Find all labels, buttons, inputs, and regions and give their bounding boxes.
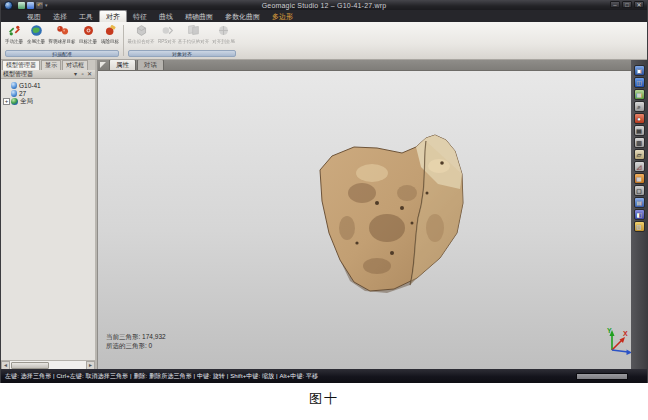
- global-registration-button[interactable]: 全局注册: [25, 23, 47, 44]
- best-fit-alignment-button[interactable]: 最佳拟合对齐: [126, 23, 156, 44]
- document-blue-icon[interactable]: ▤: [634, 197, 645, 208]
- status-bar: 左键: 选择三角形 | Ctrl+左键: 取消选择三角形 | 删除: 删除所选三…: [1, 369, 647, 383]
- tree-item-scan-1[interactable]: G10-41: [1, 81, 95, 89]
- tree-item-label: G10-41: [19, 82, 41, 89]
- panel-pin-icon[interactable]: ▫: [79, 70, 86, 78]
- axis-x-label: X: [623, 330, 628, 337]
- target-registration-icon: [82, 24, 95, 37]
- status-progress-inset: [576, 373, 628, 380]
- figure-caption: 图十: [0, 390, 648, 408]
- mouse-hints-text: 左键: 选择三角形 | Ctrl+左键: 取消选择三角形 | 删除: 删除所选三…: [5, 372, 318, 381]
- viewport-3d[interactable]: 属性 对话: [97, 60, 631, 369]
- tab-features[interactable]: 特征: [127, 11, 153, 22]
- tree-item-scan-2[interactable]: 27: [1, 89, 95, 97]
- tree-item-global[interactable]: + 全局: [1, 97, 95, 105]
- viewport-tab-dialog[interactable]: 对话: [137, 60, 164, 70]
- align-to-global-button[interactable]: 对齐到全局: [209, 23, 238, 44]
- triangle-count-readout: 当前三角形: 174,932 所选的三角形: 0: [106, 332, 166, 350]
- ribbon-group-scan-registration: 手动注册 全局注册 探测球形目标: [3, 23, 121, 57]
- tab-polygons[interactable]: 多边形: [266, 11, 299, 22]
- datum-display-icon[interactable]: ▦: [634, 89, 645, 100]
- overlay-blue-icon[interactable]: ◧: [634, 209, 645, 220]
- panel-header: 模型管理器 ▾ ▫ ✕: [1, 70, 95, 79]
- scan-model-pottery-shard[interactable]: [317, 133, 467, 298]
- manual-registration-button[interactable]: 手动注册: [3, 23, 25, 44]
- global-registration-icon: [30, 24, 43, 37]
- figure-container: ↶ ▾ Geomagic Studio 12 – G10-41-27.wrp –…: [0, 0, 648, 420]
- sphere-targets-icon: [56, 24, 69, 37]
- wireframe-view-icon[interactable]: ◫: [634, 77, 645, 88]
- left-panel-tabs: 模型管理器 显示 对话框: [1, 60, 95, 70]
- axis-triad: Y X Z: [598, 326, 631, 362]
- highlight-red-icon[interactable]: ●: [634, 113, 645, 124]
- ribbon: 手动注册 全局注册 探测球形目标: [1, 22, 647, 60]
- window-controls: – □ ✕: [610, 1, 644, 8]
- tab-dialog[interactable]: 对话框: [62, 60, 88, 70]
- point-cloud-icon: [11, 90, 17, 97]
- tree-expander-icon[interactable]: +: [3, 98, 10, 105]
- maximize-button[interactable]: □: [622, 1, 632, 8]
- ribbon-group-object-alignment: 最佳拟合对齐 RPS对齐 基于特征的对齐: [126, 23, 238, 57]
- viewport-tab-properties[interactable]: 属性: [109, 60, 136, 70]
- globe-icon: [11, 98, 18, 105]
- group-label-object-alignment: 对象对齐: [128, 50, 236, 57]
- window-layout-icon[interactable]: ▤: [634, 125, 645, 136]
- window-title: Geomagic Studio 12 – G10-41-27.wrp: [1, 2, 647, 9]
- panel-close-icon[interactable]: ✕: [86, 70, 93, 78]
- point-cloud-icon: [11, 82, 17, 89]
- axis-y-label: Y: [607, 327, 612, 334]
- ruler-icon[interactable]: ▱: [634, 149, 645, 160]
- clear-targets-icon: [104, 24, 117, 37]
- model-manager-panel: 模型管理器 显示 对话框 模型管理器 ▾ ▫ ✕ G10-41: [1, 60, 97, 369]
- main-area: 模型管理器 显示 对话框 模型管理器 ▾ ▫ ✕ G10-41: [1, 60, 647, 369]
- shaded-view-icon[interactable]: ▣: [634, 65, 645, 76]
- group-label-scan-registration: 扫描配准: [5, 50, 119, 57]
- viewport-tab-strip: 属性 对话: [98, 60, 631, 71]
- clear-targets-button[interactable]: 清除目标: [99, 23, 121, 44]
- feature-alignment-icon: [187, 24, 200, 37]
- app-window: ↶ ▾ Geomagic Studio 12 – G10-41-27.wrp –…: [0, 0, 648, 383]
- measure-angle-icon[interactable]: ◿: [634, 161, 645, 172]
- tab-exact-surfaces[interactable]: 精确曲面: [179, 11, 219, 22]
- snapshot-icon[interactable]: ▢: [634, 185, 645, 196]
- tab-view[interactable]: 视图: [21, 11, 47, 22]
- tab-model-manager[interactable]: 模型管理器: [2, 60, 40, 70]
- window-split-icon[interactable]: ▥: [634, 137, 645, 148]
- tree-item-label: 全局: [20, 97, 33, 106]
- splitter-corner-icon[interactable]: [100, 62, 106, 68]
- align-to-global-icon: [217, 24, 230, 37]
- scrollbar-thumb[interactable]: [11, 362, 49, 369]
- tab-display[interactable]: 显示: [41, 60, 61, 70]
- best-fit-alignment-icon: [135, 24, 148, 37]
- grid-orange-icon[interactable]: ▦: [634, 173, 645, 184]
- folder-yellow-icon[interactable]: ▨: [634, 221, 645, 232]
- title-bar: ↶ ▾ Geomagic Studio 12 – G10-41-27.wrp –…: [1, 0, 647, 10]
- tab-select[interactable]: 选择: [47, 11, 73, 22]
- tab-parametric-surfaces[interactable]: 参数化曲面: [219, 11, 266, 22]
- tab-tools[interactable]: 工具: [73, 11, 99, 22]
- panel-menu-icon[interactable]: ▾: [72, 70, 79, 78]
- manual-registration-icon: [8, 24, 21, 37]
- ribbon-tab-bar: 视图 选择 工具 对齐 特征 曲线 精确曲面 参数化曲面 多边形: [1, 10, 647, 22]
- tab-curves[interactable]: 曲线: [153, 11, 179, 22]
- rps-alignment-button[interactable]: RPS对齐: [156, 23, 179, 44]
- model-tree: G10-41 27 + 全局: [1, 79, 95, 105]
- right-view-toolbar: ▣ ◫ ▦ ⌕ ● ▤ ▥ ▱ ◿ ▦ ▢ ▤ ◧ ▨: [631, 60, 647, 369]
- tab-alignment[interactable]: 对齐: [99, 10, 127, 22]
- target-registration-button[interactable]: 目标注册: [77, 23, 99, 44]
- close-button[interactable]: ✕: [634, 1, 644, 8]
- magnifier-icon[interactable]: ⌕: [634, 101, 645, 112]
- selected-triangles: 所选的三角形: 0: [106, 341, 166, 350]
- ribbon-separator: [123, 25, 124, 56]
- current-triangles: 当前三角形: 174,932: [106, 332, 166, 341]
- detect-sphere-targets-button[interactable]: 探测球形目标: [47, 23, 77, 44]
- minimize-button[interactable]: –: [610, 1, 620, 8]
- horizontal-scrollbar[interactable]: ◄ ►: [1, 360, 95, 369]
- rps-alignment-icon: [161, 24, 174, 37]
- feature-based-alignment-button[interactable]: 基于特征的对齐: [179, 23, 209, 44]
- tree-item-label: 27: [19, 90, 26, 97]
- panel-title: 模型管理器: [3, 70, 72, 79]
